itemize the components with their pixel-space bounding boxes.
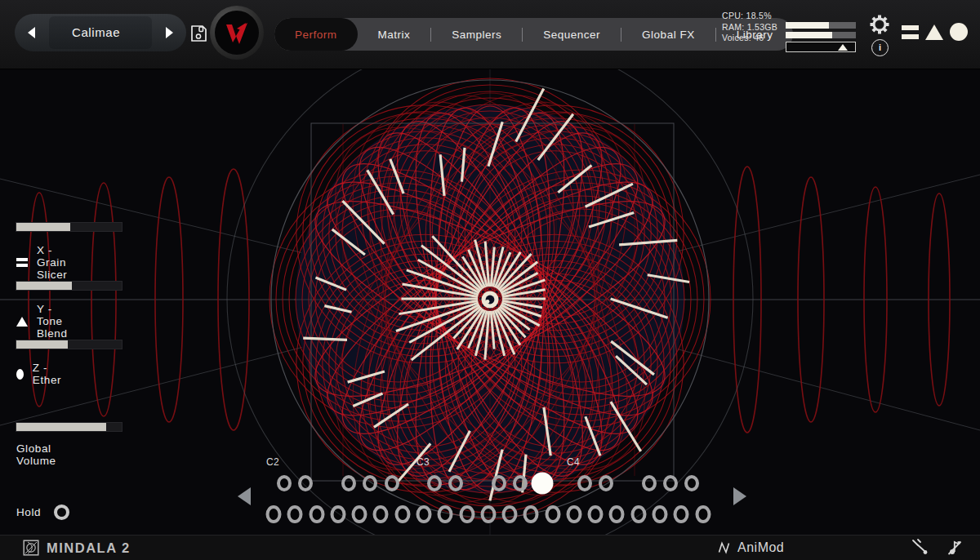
gear-icon	[869, 14, 890, 35]
note-mute-icon	[946, 538, 965, 558]
tab-samplers[interactable]: Samplers	[431, 18, 522, 51]
key-D4[interactable]	[588, 505, 604, 523]
macro-slider-2[interactable]	[16, 282, 122, 290]
footer-bar: MINDALA 2 AniMod	[0, 535, 980, 560]
macro-label-row: Z - Ether	[16, 362, 65, 386]
key-E3[interactable]	[459, 505, 474, 523]
stat-line: Voices: 46	[722, 33, 777, 44]
key-F#4[interactable]	[642, 475, 657, 491]
view-shape-toggles	[902, 23, 968, 41]
animod-button[interactable]: AniMod	[717, 540, 784, 555]
key-D#3[interactable]	[448, 475, 463, 491]
preset-name[interactable]: Calimae	[72, 14, 120, 51]
key-A3[interactable]	[523, 505, 539, 523]
note-keyboard: C2C3C4	[0, 0, 980, 560]
macro-label: Z - Ether	[33, 362, 65, 386]
macro-slider-fill	[16, 282, 72, 290]
key-F3[interactable]	[480, 505, 496, 523]
floppy-disk-icon	[189, 24, 208, 43]
triangle-icon	[16, 317, 28, 327]
prev-preset-button[interactable]	[15, 14, 47, 51]
animod-wave-icon	[717, 541, 732, 554]
key-C4[interactable]	[566, 505, 581, 523]
key-E4[interactable]	[609, 505, 625, 523]
macro-label: Y - Tone Blend	[37, 303, 68, 340]
macro-slider-fill	[16, 223, 70, 231]
key-G#3[interactable]	[513, 475, 528, 491]
key-C3[interactable]	[416, 505, 431, 523]
key-G2[interactable]	[352, 505, 368, 523]
key-B3[interactable]	[545, 505, 560, 523]
key-G#2[interactable]	[363, 475, 377, 491]
macro-slider-fill	[16, 423, 106, 431]
key-D#4[interactable]	[599, 475, 613, 491]
key-G4[interactable]	[653, 505, 668, 523]
octave-label: C2	[266, 456, 291, 468]
key-C#3[interactable]	[427, 475, 442, 491]
macro-slider-1[interactable]	[16, 223, 122, 231]
key-F#3[interactable]	[492, 475, 506, 491]
octave-label: C4	[567, 456, 591, 468]
key-B4[interactable]	[695, 505, 710, 523]
performance-stats: CPU: 18.5%RAM: 1.53GBVoices: 46	[722, 11, 777, 44]
settings-button[interactable]	[869, 14, 890, 35]
midi-mute-button[interactable]	[946, 538, 965, 558]
stat-line: RAM: 1.53GB	[722, 22, 777, 33]
next-preset-button[interactable]	[154, 14, 186, 51]
key-G3[interactable]	[502, 505, 518, 523]
macro-slider-3[interactable]	[16, 340, 122, 349]
top-bar: Calimae PerformMatrixSamplersSequencerGl…	[0, 0, 980, 69]
preset-selector: Calimae	[15, 14, 186, 51]
equals-shape-icon[interactable]	[902, 25, 919, 39]
scroll-keyboard-left-button[interactable]	[238, 487, 251, 505]
brand-name: MINDALA 2	[47, 540, 131, 556]
main-tab-bar: PerformMatrixSamplersSequencerGlobal FXL…	[274, 18, 793, 51]
key-F4[interactable]	[630, 505, 646, 523]
key-D#2[interactable]	[298, 475, 313, 491]
tab-matrix[interactable]: Matrix	[358, 18, 431, 51]
key-A#4[interactable]	[684, 475, 699, 491]
macro-label-row: Global Volume	[16, 442, 56, 467]
ram-meter	[786, 32, 856, 38]
circle-icon	[16, 369, 24, 380]
brand: MINDALA 2	[23, 540, 131, 556]
plugin-window: Calimae PerformMatrixSamplersSequencerGl…	[0, 0, 980, 560]
key-F#2[interactable]	[341, 475, 356, 491]
key-D2[interactable]	[287, 505, 303, 523]
macro-label-row: X - Grain Slicer	[16, 244, 67, 281]
macro-slider-4[interactable]	[16, 423, 122, 431]
limiter-handle-icon[interactable]	[838, 44, 848, 51]
key-G#4[interactable]	[663, 475, 678, 491]
tab-perform[interactable]: Perform	[274, 18, 358, 51]
stat-line: CPU: 18.5%	[722, 11, 777, 22]
hold-toggle[interactable]	[54, 504, 69, 520]
key-D3[interactable]	[438, 505, 453, 523]
macro-slider-fill	[16, 340, 68, 349]
tab-global-fx[interactable]: Global FX	[621, 18, 715, 51]
scroll-keyboard-right-button[interactable]	[733, 487, 746, 505]
key-A#3[interactable]	[531, 473, 553, 495]
key-A#2[interactable]	[385, 475, 399, 491]
tab-sequencer[interactable]: Sequencer	[523, 18, 621, 51]
tuning-fork-icon	[910, 538, 929, 558]
tuning-button[interactable]	[910, 538, 929, 558]
equals-icon	[16, 258, 28, 267]
key-C#2[interactable]	[277, 475, 292, 491]
key-E2[interactable]	[309, 505, 324, 523]
limiter-slider[interactable]	[786, 42, 856, 52]
save-preset-button[interactable]	[189, 24, 208, 43]
triangle-shape-icon[interactable]	[925, 24, 943, 40]
circle-shape-icon[interactable]	[950, 23, 968, 41]
key-F2[interactable]	[330, 505, 345, 523]
macro-label-row: Y - Tone Blend	[16, 303, 68, 340]
key-B2[interactable]	[394, 505, 410, 523]
key-C2[interactable]	[266, 505, 282, 523]
key-A4[interactable]	[674, 505, 689, 523]
hold-label: Hold	[16, 506, 41, 518]
animod-label: AniMod	[737, 540, 784, 555]
key-C#4[interactable]	[577, 475, 592, 491]
hold-row: Hold	[16, 504, 69, 520]
key-A2[interactable]	[373, 505, 389, 523]
mindala-logo-icon	[23, 540, 39, 556]
info-button[interactable]: i	[871, 39, 889, 56]
